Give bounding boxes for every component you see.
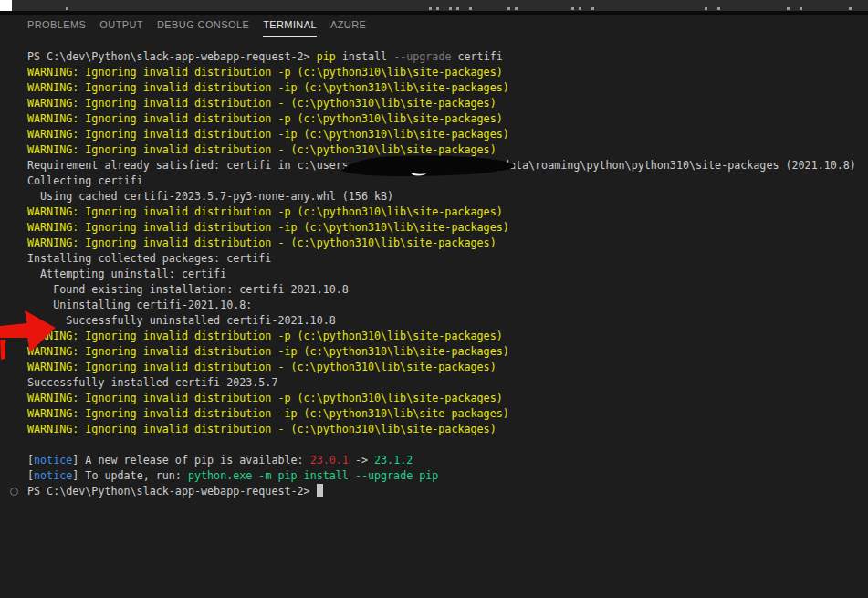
terminal-text-segment: ] A new release of pip is available: bbox=[72, 454, 309, 467]
terminal-line: Collecting certifi bbox=[27, 173, 868, 189]
terminal-text-segment: WARNING: Ignoring invalid distribution -… bbox=[27, 345, 509, 358]
terminal-line: Requirement already satisfied: certifi i… bbox=[27, 158, 868, 173]
terminal-line: [notice] To update, run: python.exe -m p… bbox=[27, 468, 868, 484]
terminal-text-segment: Collecting certifi bbox=[27, 174, 143, 187]
terminal-text-segment: WARNING: Ignoring invalid distribution -… bbox=[27, 392, 503, 404]
terminal-text-segment: ppdata\roaming\python\python310\site-pac… bbox=[490, 159, 856, 172]
terminal-text-segment: WARNING: Ignoring invalid distribution -… bbox=[27, 81, 509, 94]
terminal-text-segment: WARNING: Ignoring invalid distribution -… bbox=[27, 423, 497, 435]
terminal-text-segment: ] To update, run: bbox=[72, 469, 188, 482]
terminal-line: WARNING: Ignoring invalid distribution -… bbox=[27, 127, 868, 142]
terminal-text-segment: install bbox=[336, 50, 393, 63]
terminal-text-segment: WARNING: Ignoring invalid distribution -… bbox=[27, 128, 509, 141]
tab-output[interactable]: OUTPUT bbox=[99, 16, 143, 37]
panel-top-border bbox=[0, 11, 868, 15]
terminal-text-segment: WARNING: Ignoring invalid distribution -… bbox=[27, 221, 509, 234]
terminal-line bbox=[27, 437, 868, 453]
terminal-text-segment: Installing collected packages: certifi bbox=[27, 252, 271, 265]
terminal-text-segment: WARNING: Ignoring invalid distribution -… bbox=[27, 205, 503, 218]
terminal-text-segment: notice bbox=[34, 454, 72, 467]
terminal-text-segment: python.exe -m pip install --upgrade pip bbox=[188, 469, 438, 482]
terminal-text-segment: [ bbox=[27, 454, 34, 467]
vscode-panel: PROBLEMSOUTPUTDEBUG CONSOLETERMINALAZURE… bbox=[0, 0, 868, 598]
terminal-line: WARNING: Ignoring invalid distribution -… bbox=[27, 220, 868, 236]
terminal-text-segment: Successfully installed certifi-2023.5.7 bbox=[27, 376, 277, 389]
terminal-text-segment: PS C:\dev\Python\slack-app-webapp-reques… bbox=[27, 50, 317, 63]
terminal-line: Successfully installed certifi-2023.5.7 bbox=[27, 375, 868, 391]
terminal-text-segment: Requirement already satisfied: certifi i… bbox=[27, 159, 349, 172]
terminal-line: WARNING: Ignoring invalid distribution -… bbox=[27, 422, 868, 437]
terminal-text-segment: Using cached certifi-2023.5.7-py3-none-a… bbox=[27, 190, 393, 203]
terminal-line: Using cached certifi-2023.5.7-py3-none-a… bbox=[27, 189, 868, 205]
panel-tab-bar: PROBLEMSOUTPUTDEBUG CONSOLETERMINALAZURE bbox=[27, 16, 366, 37]
terminal-line: [notice] A new release of pip is availab… bbox=[27, 453, 868, 468]
terminal-text-segment: WARNING: Ignoring invalid distribution -… bbox=[27, 112, 503, 125]
terminal-text-segment: WARNING: Ignoring invalid distribution -… bbox=[27, 97, 497, 110]
terminal-line: PS C:\dev\Python\slack-app-webapp-reques… bbox=[27, 49, 868, 65]
terminal-text-segment: certifi bbox=[451, 50, 502, 63]
terminal-output[interactable]: PS C:\dev\Python\slack-app-webapp-reques… bbox=[27, 49, 868, 499]
redaction-scribble bbox=[349, 168, 490, 169]
terminal-text-segment: -> bbox=[349, 454, 374, 467]
terminal-line: WARNING: Ignoring invalid distribution -… bbox=[27, 391, 868, 406]
terminal-text-segment: WARNING: Ignoring invalid distribution -… bbox=[27, 361, 497, 373]
terminal-text-segment: WARNING: Ignoring invalid distribution -… bbox=[27, 236, 497, 249]
terminal-line: PS C:\dev\Python\slack-app-webapp-reques… bbox=[27, 484, 868, 499]
terminal-text-segment: PS C:\dev\Python\slack-app-webapp-reques… bbox=[27, 485, 317, 498]
terminal-text-segment: --upgrade bbox=[393, 50, 451, 63]
terminal-text-segment: [ bbox=[27, 469, 34, 482]
terminal-line: Installing collected packages: certifi bbox=[27, 251, 868, 267]
terminal-line: WARNING: Ignoring invalid distribution -… bbox=[27, 360, 868, 375]
page-background-corner bbox=[0, 0, 12, 11]
terminal-line: Attempting uninstall: certifi bbox=[27, 267, 868, 282]
terminal-line: WARNING: Ignoring invalid distribution -… bbox=[27, 344, 868, 360]
tab-problems[interactable]: PROBLEMS bbox=[27, 16, 86, 37]
terminal-line: Found existing installation: certifi 202… bbox=[27, 282, 868, 298]
terminal-line: WARNING: Ignoring invalid distribution -… bbox=[27, 111, 868, 127]
terminal-text-segment: Uninstalling certifi-2021.10.8: bbox=[27, 299, 252, 311]
terminal-line: WARNING: Ignoring invalid distribution -… bbox=[27, 80, 868, 96]
terminal-text-segment: WARNING: Ignoring invalid distribution -… bbox=[27, 330, 503, 342]
terminal-text-segment: Found existing installation: certifi 202… bbox=[27, 283, 349, 296]
terminal-line: WARNING: Ignoring invalid distribution -… bbox=[27, 406, 868, 422]
terminal-line: WARNING: Ignoring invalid distribution -… bbox=[27, 236, 868, 251]
terminal-text-segment: WARNING: Ignoring invalid distribution -… bbox=[27, 407, 509, 420]
terminal-text-segment: Attempting uninstall: certifi bbox=[27, 268, 226, 280]
terminal-line: WARNING: Ignoring invalid distribution -… bbox=[27, 96, 868, 111]
tab-azure[interactable]: AZURE bbox=[330, 16, 366, 37]
terminal-line: Successfully uninstalled certifi-2021.10… bbox=[27, 313, 868, 329]
terminal-text-segment: Successfully uninstalled certifi-2021.10… bbox=[27, 314, 336, 327]
tab-debug-console[interactable]: DEBUG CONSOLE bbox=[157, 16, 249, 37]
clipped-editor-strip bbox=[0, 0, 868, 11]
tab-terminal[interactable]: TERMINAL bbox=[263, 16, 317, 37]
terminal-line: Uninstalling certifi-2021.10.8: bbox=[27, 298, 868, 313]
terminal-text-segment: notice bbox=[34, 469, 72, 482]
terminal-text-segment: pip bbox=[317, 50, 336, 63]
terminal-text-segment: 23.1.2 bbox=[374, 454, 413, 467]
command-decoration-circle[interactable] bbox=[10, 488, 18, 496]
terminal-line: WARNING: Ignoring invalid distribution -… bbox=[27, 329, 868, 344]
terminal-text-segment: WARNING: Ignoring invalid distribution -… bbox=[27, 66, 503, 79]
terminal-text-segment: 23.0.1 bbox=[310, 454, 349, 467]
terminal-cursor bbox=[317, 484, 323, 497]
terminal-line: WARNING: Ignoring invalid distribution -… bbox=[27, 65, 868, 80]
terminal-line: WARNING: Ignoring invalid distribution -… bbox=[27, 205, 868, 220]
